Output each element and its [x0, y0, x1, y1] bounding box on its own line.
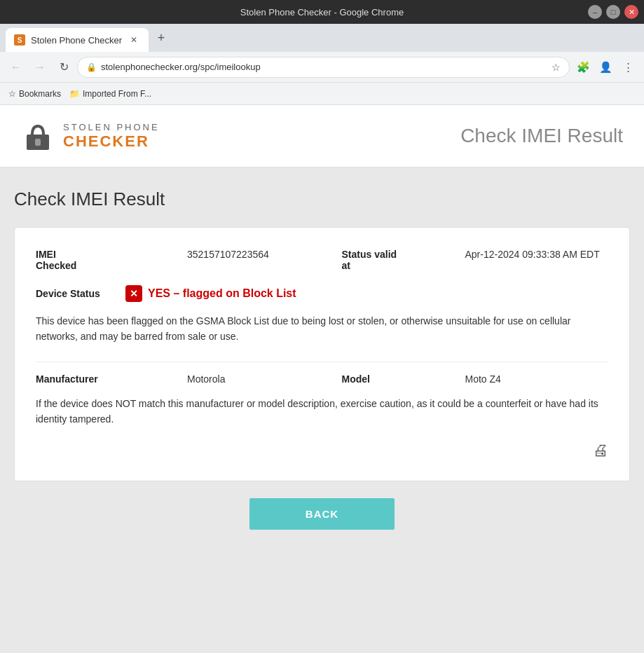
back-nav-button[interactable]: ← [6, 57, 27, 78]
profile-button[interactable]: 👤 [595, 57, 616, 78]
folder-icon: 📁 [69, 89, 80, 99]
result-heading: Check IMEI Result [14, 188, 630, 210]
bookmarks-label[interactable]: ☆ Bookmarks [8, 89, 61, 99]
extensions-button[interactable]: 🧩 [573, 57, 594, 78]
flag-description: This device has been flagged on the GSMA… [36, 313, 608, 345]
manufacturer-grid: Manufacturer Motorola Model Moto Z4 [36, 373, 608, 385]
logo-stolen-phone: STOLEN PHONE [63, 122, 160, 132]
window-controls: – □ ✕ [588, 5, 638, 19]
bookmarks-icon: ☆ [8, 89, 16, 99]
bookmark-star-icon[interactable]: ☆ [551, 62, 561, 73]
imei-value: 352157107223564 [187, 249, 331, 271]
model-label: Model [342, 373, 454, 385]
svg-rect-4 [35, 139, 41, 146]
result-card: IMEI Checked 352157107223564 Status vali… [14, 227, 630, 481]
imei-label-cell: IMEI Checked [36, 249, 176, 271]
bookmarks-bar: ☆ Bookmarks 📁 Imported From F... [0, 83, 644, 105]
divider [36, 362, 608, 362]
status-flagged-icon: ✕ [125, 285, 142, 302]
active-tab[interactable]: S Stolen Phone Checker ✕ [6, 28, 149, 52]
minimize-button[interactable]: – [588, 5, 602, 19]
imei-label: IMEI [36, 249, 176, 260]
manufacturer-label: Manufacturer [36, 373, 176, 385]
status-valid-label: Status valid [342, 249, 454, 260]
back-btn-wrap: BACK [14, 498, 630, 530]
bookmarks-text: Bookmarks [19, 89, 61, 99]
window-title: Stolen Phone Checker - Google Chrome [240, 7, 404, 18]
title-bar: Stolen Phone Checker - Google Chrome – □… [0, 0, 644, 24]
more-menu-button[interactable]: ⋮ [617, 57, 638, 78]
manufacturer-value: Motorola [187, 373, 331, 385]
logo-text: STOLEN PHONE CHECKER [63, 122, 160, 151]
main-content: Check IMEI Result IMEI Checked 352157107… [0, 167, 644, 568]
nav-icons-right: 🧩 👤 ⋮ [573, 57, 638, 78]
tab-label: Stolen Phone Checker [31, 35, 122, 46]
device-status-row: Device Status ✕ YES – flagged on Block L… [36, 285, 608, 302]
reload-button[interactable]: ↻ [53, 57, 74, 78]
imported-label: Imported From F... [83, 89, 151, 99]
nav-bar: ← → ↻ 🔒 stolenphonechecker.org/spc/imeil… [0, 52, 644, 83]
tab-close-button[interactable]: ✕ [128, 34, 140, 46]
new-tab-button[interactable]: + [151, 28, 171, 48]
close-button[interactable]: ✕ [624, 5, 638, 19]
address-bar[interactable]: 🔒 stolenphonechecker.org/spc/imeilookup … [77, 57, 570, 78]
caution-text: If the device does NOT match this manufa… [36, 396, 608, 427]
logo-icon [21, 119, 55, 153]
tab-favicon: S [14, 34, 25, 46]
status-flagged-text: YES – flagged on Block List [148, 287, 296, 300]
page-header-title: Check IMEI Result [460, 125, 623, 147]
address-text: stolenphonechecker.org/spc/imeilookup [101, 62, 547, 72]
imported-bookmark[interactable]: 📁 Imported From F... [69, 89, 151, 99]
status-valid-value: Apr-12-2024 09:33:38 AM EDT [465, 249, 609, 271]
imei-checked-label: Checked [36, 260, 176, 271]
back-button[interactable]: BACK [249, 498, 395, 530]
logo-area: STOLEN PHONE CHECKER [21, 119, 160, 153]
model-value: Moto Z4 [465, 373, 609, 385]
page-area: STOLEN PHONE CHECKER Check IMEI Result C… [0, 105, 644, 653]
lock-icon: 🔒 [86, 62, 97, 72]
imei-status-grid: IMEI Checked 352157107223564 Status vali… [36, 249, 608, 271]
forward-nav-button[interactable]: → [29, 57, 50, 78]
device-status-label: Device Status [36, 288, 120, 299]
print-row: 🖨 [36, 441, 608, 460]
maximize-button[interactable]: □ [606, 5, 620, 19]
status-valid-label-cell: Status valid at [342, 249, 454, 271]
status-valid-at-label: at [342, 260, 454, 271]
site-header: STOLEN PHONE CHECKER Check IMEI Result [0, 105, 644, 167]
print-button[interactable]: 🖨 [593, 441, 608, 460]
svg-text:S: S [18, 36, 22, 44]
tab-bar: S Stolen Phone Checker ✕ + [0, 24, 644, 52]
logo-checker: CHECKER [63, 132, 160, 151]
